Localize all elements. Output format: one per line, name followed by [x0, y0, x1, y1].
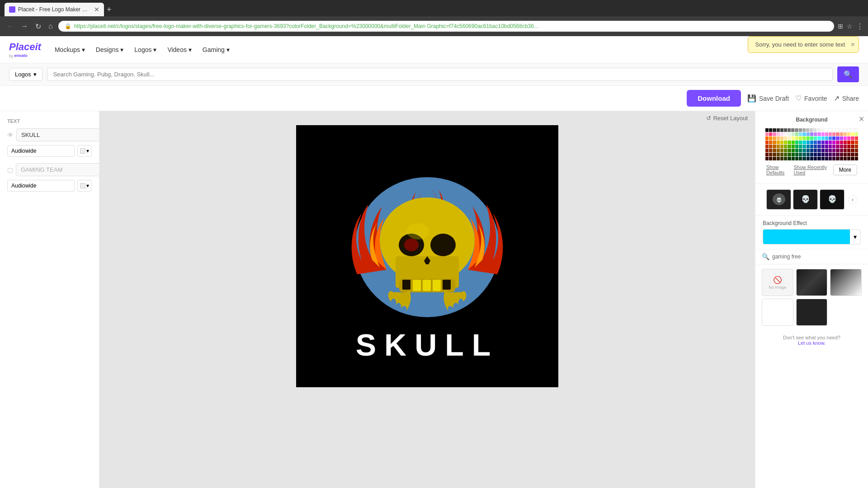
color-cell[interactable]	[832, 128, 835, 132]
color-cell[interactable]	[807, 145, 810, 148]
color-cell[interactable]	[817, 149, 821, 152]
color-cell[interactable]	[769, 145, 772, 148]
color-cell[interactable]	[847, 136, 850, 140]
new-tab-btn[interactable]: +	[107, 5, 112, 14]
color-cell[interactable]	[851, 141, 854, 144]
font-select-2[interactable]: Audiowide	[7, 180, 75, 192]
color-cell[interactable]	[784, 128, 787, 132]
color-cell[interactable]	[810, 128, 813, 132]
reset-layout-btn[interactable]: ↺ Reset Layout	[706, 115, 748, 122]
font-style-btn-2[interactable]: ▾	[77, 180, 92, 192]
color-cell[interactable]	[847, 153, 850, 156]
color-cell[interactable]	[795, 132, 798, 136]
download-button[interactable]: Download	[687, 90, 741, 107]
color-cell[interactable]	[810, 136, 813, 140]
color-cell[interactable]	[847, 132, 850, 136]
color-cell[interactable]	[817, 153, 821, 156]
color-cell[interactable]	[802, 149, 806, 152]
color-cell[interactable]	[769, 141, 772, 144]
effect-select[interactable]	[763, 230, 850, 244]
color-cell[interactable]	[851, 136, 854, 140]
color-cell[interactable]	[795, 153, 798, 156]
color-cell[interactable]	[847, 128, 850, 132]
color-cell[interactable]	[765, 149, 769, 152]
color-cell[interactable]	[855, 149, 858, 152]
color-cell[interactable]	[829, 157, 832, 160]
color-cell[interactable]	[836, 149, 839, 152]
color-cell[interactable]	[765, 157, 769, 160]
color-cell[interactable]	[802, 132, 806, 136]
color-cell[interactable]	[780, 153, 783, 156]
show-recently-btn[interactable]: Show Recently Used	[794, 164, 833, 175]
tab-close-btn[interactable]: ✕	[94, 6, 99, 13]
color-cell[interactable]	[773, 141, 776, 144]
color-cell[interactable]	[840, 141, 843, 144]
refresh-btn[interactable]: ↻	[33, 20, 43, 33]
color-cell[interactable]	[855, 145, 858, 148]
close-palette-btn[interactable]: ✕	[859, 115, 864, 123]
color-cell[interactable]	[802, 128, 806, 132]
color-cell[interactable]	[821, 153, 825, 156]
color-cell[interactable]	[817, 157, 821, 160]
color-cell[interactable]	[810, 153, 813, 156]
color-cell[interactable]	[799, 149, 802, 152]
color-cell[interactable]	[777, 128, 780, 132]
color-cell[interactable]	[773, 157, 776, 160]
color-cell[interactable]	[821, 157, 825, 160]
color-cell[interactable]	[765, 141, 769, 144]
color-cell[interactable]	[851, 149, 854, 152]
color-cell[interactable]	[832, 141, 835, 144]
color-cell[interactable]	[814, 141, 817, 144]
back-btn[interactable]: ←	[5, 20, 15, 32]
color-cell[interactable]	[829, 145, 832, 148]
color-cell[interactable]	[855, 157, 858, 160]
color-cell[interactable]	[817, 132, 821, 136]
color-cell[interactable]	[825, 149, 828, 152]
color-cell[interactable]	[855, 136, 858, 140]
color-cell[interactable]	[829, 149, 832, 152]
color-cell[interactable]	[810, 149, 813, 152]
color-cell[interactable]	[855, 141, 858, 144]
nav-designs[interactable]: Designs ▾	[96, 46, 123, 53]
search-input[interactable]	[53, 71, 827, 78]
color-cell[interactable]	[780, 132, 783, 136]
color-cell[interactable]	[844, 145, 847, 148]
color-cell[interactable]	[773, 132, 776, 136]
no-image-cell[interactable]: 🚫 No Image	[762, 269, 793, 296]
color-cell[interactable]	[795, 136, 798, 140]
color-cell[interactable]	[799, 145, 802, 148]
color-cell[interactable]	[847, 157, 850, 160]
color-cell[interactable]	[802, 136, 806, 140]
color-cell[interactable]	[836, 132, 839, 136]
color-cell[interactable]	[802, 145, 806, 148]
color-cell[interactable]	[777, 141, 780, 144]
color-cell[interactable]	[792, 157, 795, 160]
color-cell[interactable]	[851, 157, 854, 160]
nav-logos[interactable]: Logos ▾	[134, 46, 156, 53]
active-tab[interactable]: Placeit - Free Logo Maker with... ✕	[5, 3, 104, 16]
color-cell[interactable]	[795, 141, 798, 144]
color-cell[interactable]	[832, 145, 835, 148]
address-input[interactable]: 🔒 https://placeit.net/c/logos/stages/fre…	[58, 21, 834, 32]
color-cell[interactable]	[777, 149, 780, 152]
eye-icon-2[interactable]: ▢	[7, 166, 13, 174]
color-cell[interactable]	[788, 132, 791, 136]
color-cell[interactable]	[784, 132, 787, 136]
forward-btn[interactable]: →	[19, 20, 30, 32]
color-cell[interactable]	[832, 136, 835, 140]
color-cell[interactable]	[817, 136, 821, 140]
color-cell[interactable]	[765, 145, 769, 148]
color-cell[interactable]	[784, 149, 787, 152]
color-cell[interactable]	[792, 153, 795, 156]
color-cell[interactable]	[784, 141, 787, 144]
color-cell[interactable]	[765, 136, 769, 140]
color-cell[interactable]	[840, 149, 843, 152]
color-cell[interactable]	[821, 149, 825, 152]
color-cell[interactable]	[855, 128, 858, 132]
color-cell[interactable]	[788, 145, 791, 148]
color-cell[interactable]	[788, 136, 791, 140]
color-cell[interactable]	[814, 153, 817, 156]
color-cell[interactable]	[836, 136, 839, 140]
color-cell[interactable]	[795, 149, 798, 152]
bg-thumb-3[interactable]: 💀	[820, 189, 844, 210]
